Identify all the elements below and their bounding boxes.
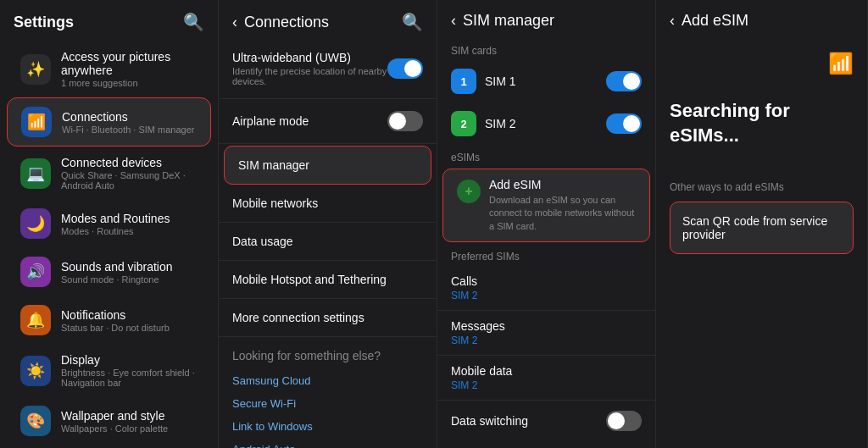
preferred-messages[interactable]: MessagesSIM 2 (437, 311, 655, 356)
add-esim-title: Add eSIM (489, 178, 636, 191)
messages-value: SIM 2 (451, 335, 642, 346)
data-switching-label: Data switching (451, 414, 528, 428)
conn-item-mobile-networks[interactable]: Mobile networks (219, 186, 437, 220)
sidebar-item-access-pictures[interactable]: ✨Access your pictures anywhere1 more sug… (7, 41, 211, 97)
modes-routines-label: Modes and Routines (61, 212, 198, 225)
looking-item-android-auto[interactable]: Android Auto (232, 438, 423, 448)
settings-search-icon[interactable]: 🔍 (183, 12, 204, 32)
preferred-mobile-data[interactable]: Mobile dataSIM 2 (437, 356, 655, 401)
sim2-toggle[interactable] (606, 113, 642, 134)
notifications-sublabel: Status bar · Do not disturb (61, 323, 198, 333)
mobile-data-value: SIM 2 (451, 379, 642, 391)
sidebar-item-wallpaper[interactable]: 🎨Wallpaper and styleWallpapers · Color p… (7, 397, 211, 445)
wallpaper-label: Wallpaper and style (61, 409, 198, 423)
calls-label: Calls (451, 274, 642, 288)
add-esim-item[interactable]: +Add eSIMDownload an eSIM so you can con… (442, 169, 650, 242)
scan-qr-button[interactable]: Scan QR code from service provider (670, 202, 854, 254)
add-esim-panel: ‹ Add eSIM 📶 Searching for eSIMs... Othe… (656, 0, 868, 448)
looking-section: Looking for something else?Samsung Cloud… (219, 339, 437, 448)
other-ways-label: Other ways to add eSIMs (670, 181, 854, 193)
looking-item-link-to-windows[interactable]: Link to Windows (232, 415, 423, 438)
sidebar-item-modes-routines[interactable]: 🌙Modes and RoutinesModes · Routines (7, 200, 211, 247)
more-sim-settings[interactable]: More SIM settings (437, 441, 655, 448)
connections-icon: 📶 (21, 107, 52, 137)
data-switching-toggle[interactable] (606, 411, 642, 431)
mobile-data-label: Mobile data (451, 364, 642, 378)
more-connection-label: More connection settings (232, 311, 364, 324)
add-esim-plus-icon: + (457, 180, 481, 203)
sidebar-item-connected-devices[interactable]: 💻Connected devicesQuick Share · Samsung … (7, 147, 211, 199)
conn-item-uwb[interactable]: Ultra-wideband (UWB)Identify the precise… (219, 41, 437, 97)
connections-search-icon[interactable]: 🔍 (402, 12, 423, 32)
settings-panel: Settings 🔍 ✨Access your pictures anywher… (0, 0, 219, 448)
display-icon: ☀️ (20, 356, 51, 386)
sidebar-item-sounds-vibration[interactable]: 🔊Sounds and vibrationSound mode · Ringto… (7, 248, 211, 296)
connected-devices-sublabel: Quick Share · Samsung DeX · Android Auto (61, 170, 198, 191)
preferred-sims-label: Preferred SIMs (437, 244, 655, 266)
connected-devices-label: Connected devices (61, 156, 198, 169)
conn-item-sim-manager[interactable]: SIM manager (224, 146, 431, 185)
airplane-toggle[interactable] (387, 111, 423, 131)
data-switching-row[interactable]: Data switching (437, 401, 655, 441)
access-pictures-sublabel: 1 more suggestion (61, 78, 198, 88)
uwb-label: Ultra-wideband (UWB) (232, 51, 387, 64)
sim-cards-label: SIM cards (437, 38, 655, 60)
notifications-icon: 🔔 (20, 305, 51, 335)
conn-item-airplane[interactable]: Airplane mode (219, 101, 437, 141)
modes-routines-icon: 🌙 (20, 208, 51, 239)
display-sublabel: Brightness · Eye comfort shield · Naviga… (61, 368, 198, 388)
calls-value: SIM 2 (451, 290, 642, 301)
messages-label: Messages (451, 319, 642, 333)
sim1-name: SIM 1 (485, 75, 606, 88)
sim-manager-panel: ‹ SIM manager SIM cards1SIM 12SIM 2eSIMs… (437, 0, 656, 448)
connections-back-button[interactable]: ‹ Connections (232, 14, 329, 31)
sim-item-sim1[interactable]: 1SIM 1 (437, 60, 655, 102)
sim2-badge: 2 (451, 111, 476, 136)
connections-panel: ‹ Connections 🔍 Ultra-wideband (UWB)Iden… (219, 0, 437, 448)
sim-manager-header: ‹ SIM manager (437, 0, 655, 38)
searching-text: Searching for eSIMs... (670, 99, 854, 147)
connections-label: Connections (62, 110, 197, 124)
data-usage-label: Data usage (232, 235, 293, 248)
display-label: Display (61, 353, 198, 367)
sim1-badge: 1 (451, 69, 476, 94)
notifications-label: Notifications (61, 308, 198, 322)
looking-item-samsung-cloud[interactable]: Samsung Cloud (232, 369, 423, 392)
wallpaper-sublabel: Wallpapers · Color palette (61, 423, 198, 434)
looking-item-secure-wi-fi[interactable]: Secure Wi-Fi (232, 392, 423, 415)
preferred-calls[interactable]: CallsSIM 2 (437, 266, 655, 311)
esim-wifi-icon: 📶 (828, 52, 854, 75)
sim-manager-back-button[interactable]: ‹ SIM manager (451, 12, 554, 30)
connected-devices-icon: 💻 (20, 158, 51, 189)
settings-list: ✨Access your pictures anywhere1 more sug… (0, 41, 218, 448)
connections-header: ‹ Connections 🔍 (219, 0, 437, 41)
sidebar-item-display[interactable]: ☀️DisplayBrightness · Eye comfort shield… (7, 345, 211, 396)
sounds-vibration-sublabel: Sound mode · Ringtone (61, 274, 198, 285)
sounds-vibration-icon: 🔊 (20, 257, 51, 287)
add-esim-header: ‹ Add eSIM (656, 0, 867, 38)
sidebar-item-notifications[interactable]: 🔔NotificationsStatus bar · Do not distur… (7, 296, 211, 344)
sidebar-item-connections[interactable]: 📶ConnectionsWi-Fi · Bluetooth · SIM mana… (7, 97, 211, 147)
add-esim-back-button[interactable]: ‹ Add eSIM (670, 12, 748, 30)
sim-manager-label: SIM manager (238, 158, 309, 172)
sim-item-sim2[interactable]: 2SIM 2 (437, 102, 655, 145)
access-pictures-label: Access your pictures anywhere (61, 50, 198, 77)
sim2-name: SIM 2 (485, 117, 606, 130)
settings-header: Settings 🔍 (0, 0, 218, 41)
mobile-networks-label: Mobile networks (232, 196, 318, 210)
uwb-toggle[interactable] (387, 58, 423, 79)
modes-routines-sublabel: Modes · Routines (61, 226, 198, 236)
add-esim-content: 📶 Searching for eSIMs... Other ways to a… (656, 38, 867, 448)
sim-manager-content: SIM cards1SIM 12SIM 2eSIMs+Add eSIMDownl… (437, 38, 655, 448)
conn-item-more-connection[interactable]: More connection settings (219, 301, 437, 335)
uwb-sublabel: Identify the precise location of nearby … (232, 66, 387, 86)
wallpaper-icon: 🎨 (20, 406, 51, 436)
airplane-label: Airplane mode (232, 114, 309, 128)
conn-item-hotspot[interactable]: Mobile Hotspot and Tethering (219, 263, 437, 296)
conn-item-data-usage[interactable]: Data usage (219, 224, 437, 258)
settings-title: Settings (14, 14, 74, 31)
connections-list: Ultra-wideband (UWB)Identify the precise… (219, 41, 437, 448)
sim1-toggle[interactable] (606, 71, 642, 91)
connections-sublabel: Wi-Fi · Bluetooth · SIM manager (62, 124, 197, 135)
access-pictures-icon: ✨ (20, 54, 51, 85)
